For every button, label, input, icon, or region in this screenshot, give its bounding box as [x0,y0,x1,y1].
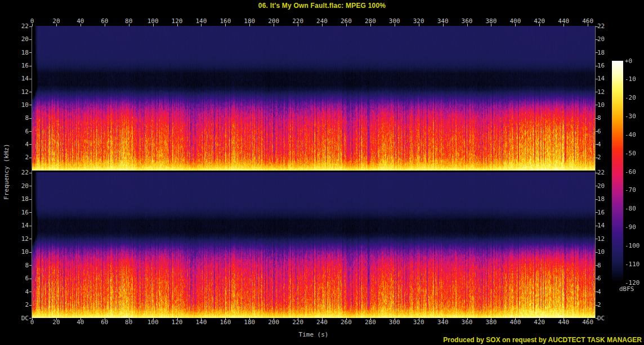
tick-mark [443,318,444,320]
tick-mark [346,24,347,26]
tick-mark [29,173,32,173]
tick-mark [29,305,32,306]
freq-tick-label-right: 22 [597,169,605,176]
freq-tick-label-right: 14 [597,222,605,228]
freq-tick-label-left: 8 [0,262,29,268]
spectrogram-channel-right [32,172,595,318]
freq-tick-label-right: 18 [597,50,605,56]
tick-mark [596,226,598,226]
tick-mark [29,265,32,266]
tick-mark [596,79,598,79]
x-axis-title: Time (s) [299,331,329,338]
freq-tick-label-left: 6 [0,128,29,135]
tick-mark [153,24,154,26]
colorbar-tick-label: -120 [625,280,640,286]
tick-mark [274,24,274,26]
colorbar-tick-label: -10 [625,76,636,82]
freq-tick-label-right: 14 [597,75,605,82]
tick-mark [419,24,419,26]
freq-tick-label-left: 10 [0,249,29,255]
tick-mark [177,24,178,26]
colorbar-tick-label: -50 [625,150,636,156]
freq-tick-label-right: 16 [597,62,605,69]
tick-mark [564,318,564,320]
freq-tick-label-left: 14 [0,222,29,228]
tick-mark [596,318,598,319]
tick-mark [177,318,178,320]
tick-mark [564,24,564,26]
tick-mark [29,79,32,79]
tick-mark [29,66,32,66]
spectrogram-channel-left [32,26,595,171]
tick-mark [596,92,598,92]
colorbar-tick-label: -90 [625,224,636,230]
tick-mark [346,318,347,320]
tick-mark [80,318,81,320]
spectrogram-window: 06. It's My Own Fault.flac: MPEG 100% 00… [0,0,644,345]
tick-mark [29,212,32,213]
tick-mark [29,105,32,105]
tick-mark [153,318,154,320]
tick-mark [596,279,598,279]
tick-mark [29,39,32,40]
tick-mark [29,131,32,132]
tick-mark [596,239,598,239]
tick-mark [29,144,32,145]
freq-tick-label-right: 10 [597,249,605,255]
freq-tick-label-right: 22 [597,23,605,29]
tick-mark [596,144,598,145]
tick-mark [29,92,32,92]
freq-tick-label-left: 2 [0,302,29,308]
tick-mark [129,24,129,26]
tick-mark [32,24,33,26]
tick-mark [596,292,598,292]
tick-mark [596,131,598,132]
tick-mark [588,24,588,26]
tick-mark [539,318,540,320]
tick-mark [29,199,32,200]
tick-mark [29,26,32,27]
freq-tick-label-left: 12 [0,89,29,95]
tick-mark [467,318,468,320]
colorbar-tick-label: -20 [625,95,636,101]
tick-mark [596,52,598,53]
freq-tick-label-left: 4 [0,289,29,295]
page-title: 06. It's My Own Fault.flac: MPEG 100% [0,2,644,10]
freq-tick-label-left: 22 [0,23,29,29]
freq-tick-label-right: 18 [597,196,605,202]
right-axis-line [595,26,596,318]
tick-mark [29,239,32,239]
colorbar-tick-label: -60 [625,169,636,175]
tick-mark [539,24,540,26]
colorbar-tick-label: -110 [625,261,640,267]
tick-mark [29,52,32,53]
colorbar-tick-label: -80 [625,205,636,212]
credit-text: Produced by SOX on request by AUCDTECT T… [443,336,642,344]
colorbar-unit-label: dBFS [619,285,634,293]
tick-mark [129,318,129,320]
freq-tick-label-left: 10 [0,102,29,108]
tick-mark [370,24,371,26]
freq-tick-label-right: 20 [597,36,605,42]
tick-mark [249,24,250,26]
freq-tick-label-left: 16 [0,62,29,69]
freq-tick-label-left: 20 [0,36,29,42]
tick-mark [29,318,32,319]
tick-mark [274,318,274,320]
tick-mark [298,318,298,320]
tick-mark [596,173,598,173]
freq-tick-label-left: 8 [0,115,29,121]
tick-mark [370,318,371,320]
tick-mark [515,24,516,26]
tick-mark [596,158,598,158]
freq-tick-label-left: 18 [0,50,29,56]
freq-tick-label-left: DC [0,315,29,321]
freq-tick-label-right: 12 [597,89,605,95]
tick-mark [596,265,598,266]
tick-mark [322,24,323,26]
tick-mark [29,226,32,226]
freq-tick-label-right: DC [597,315,605,321]
colorbar [612,61,623,283]
tick-mark [596,252,598,253]
freq-tick-label-right: 10 [597,102,605,108]
